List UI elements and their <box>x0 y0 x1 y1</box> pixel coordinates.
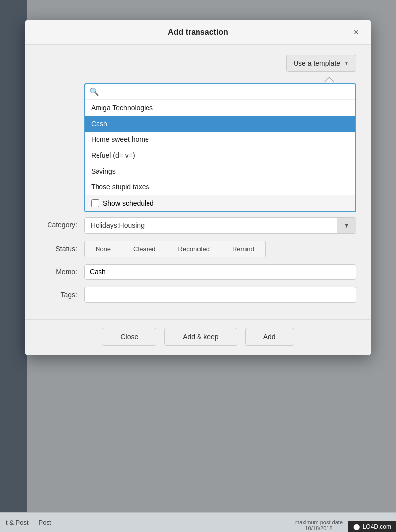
add-button[interactable]: Add <box>245 328 294 346</box>
caret-fill <box>325 78 334 82</box>
lo4d-badge: ⬤ LO4D.com <box>348 521 396 532</box>
payee-search-input[interactable] <box>102 88 351 96</box>
category-dropdown-button[interactable]: ▼ <box>337 218 356 233</box>
status-control: None Cleared Reconciled Remind <box>84 241 356 257</box>
tags-label: Tags: <box>40 287 84 299</box>
memo-control <box>84 264 356 280</box>
status-remind-button[interactable]: Remind <box>221 241 266 257</box>
payee-dropdown: 🔍 Amiga Technologies Cash Home sweet hom… <box>84 83 356 212</box>
bottom-bar: t & Post Post maximum post date10/18/201… <box>0 512 396 532</box>
close-button[interactable]: Close <box>102 328 156 346</box>
show-scheduled-row: Show scheduled <box>85 195 355 211</box>
dropdown-caret-outer <box>40 77 356 82</box>
dialog-header: Add transaction × <box>25 20 371 45</box>
payee-dropdown-wrap: 🔍 Amiga Technologies Cash Home sweet hom… <box>84 83 356 212</box>
lo4d-icon: ⬤ <box>353 523 360 530</box>
status-cleared-button[interactable]: Cleared <box>122 241 167 257</box>
category-control: Holidays:Housing ▼ <box>84 217 356 234</box>
list-item[interactable]: Cash <box>85 116 355 132</box>
list-item[interactable]: Savings <box>85 163 355 179</box>
chevron-down-icon: ▼ <box>344 61 349 66</box>
payee-list: Amiga Technologies Cash Home sweet home … <box>85 100 355 195</box>
list-item[interactable]: Refuel (d= v=) <box>85 147 355 163</box>
category-select[interactable]: Holidays:Housing ▼ <box>84 217 356 234</box>
payee-search-row: 🔍 <box>85 84 355 100</box>
list-item[interactable]: Home sweet home <box>85 132 355 147</box>
dialog-title: Add transaction <box>168 28 228 37</box>
lo4d-label: LO4D.com <box>363 523 391 530</box>
date-info: maximum post date10/18/2018 <box>291 518 346 532</box>
caret-container <box>324 77 335 82</box>
search-icon: 🔍 <box>89 87 99 96</box>
show-scheduled-label[interactable]: Show scheduled <box>103 199 154 207</box>
status-reconciled-button[interactable]: Reconciled <box>167 241 221 257</box>
template-row: Use a template ▼ <box>40 55 356 72</box>
template-button-label: Use a template <box>294 59 340 67</box>
add-keep-button[interactable]: Add & keep <box>164 328 237 346</box>
dialog-footer: Close Add & keep Add <box>25 319 371 355</box>
dialog-overlay: Add transaction × Use a template ▼ <box>0 0 396 532</box>
post-only-label[interactable]: Post <box>39 519 51 526</box>
dialog-body: Use a template ▼ <box>25 45 371 319</box>
use-template-button[interactable]: Use a template ▼ <box>286 55 356 72</box>
date-info-text: maximum post date10/18/2018 <box>295 519 343 531</box>
status-label: Status: <box>40 241 84 253</box>
tags-row: Tags: <box>40 287 356 303</box>
memo-row: Memo: <box>40 264 356 280</box>
category-value: Holidays:Housing <box>85 218 337 233</box>
close-icon[interactable]: × <box>349 25 363 39</box>
tags-control <box>84 287 356 303</box>
show-scheduled-checkbox[interactable] <box>91 199 99 207</box>
status-row: Status: None Cleared Reconciled Remind <box>40 241 356 257</box>
payee-row: 🔍 Amiga Technologies Cash Home sweet hom… <box>40 83 356 212</box>
memo-label: Memo: <box>40 264 84 276</box>
category-label: Category: <box>40 217 84 229</box>
add-transaction-dialog: Add transaction × Use a template ▼ <box>25 20 371 355</box>
spacer <box>40 212 356 217</box>
tags-input[interactable] <box>84 287 356 303</box>
post-label[interactable]: t & Post <box>6 519 29 526</box>
memo-input[interactable] <box>84 264 356 280</box>
category-row: Category: Holidays:Housing ▼ <box>40 217 356 234</box>
status-none-button[interactable]: None <box>84 241 122 257</box>
list-item[interactable]: Amiga Technologies <box>85 100 355 116</box>
list-item[interactable]: Those stupid taxes <box>85 179 355 195</box>
template-button-wrap: Use a template ▼ <box>286 55 356 72</box>
status-buttons: None Cleared Reconciled Remind <box>84 241 356 257</box>
